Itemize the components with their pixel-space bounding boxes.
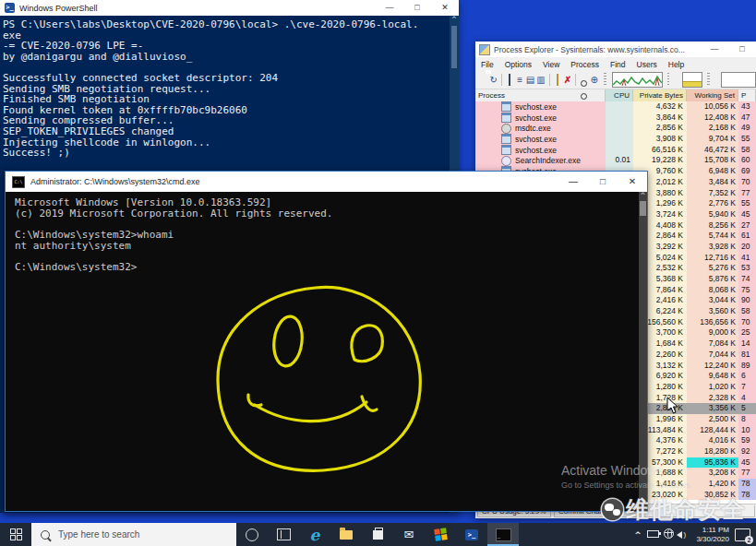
- menu-item-users[interactable]: Users: [631, 60, 663, 69]
- console-line: PS C:\Users\labs\Desktop\CVE-2020-0796\l…: [3, 19, 459, 30]
- cmd-scrollbar[interactable]: ^: [639, 192, 647, 511]
- svchost-icon: [501, 101, 511, 112]
- store-button[interactable]: [362, 523, 393, 546]
- search-input[interactable]: Type here to search: [31, 523, 236, 546]
- file-explorer-button[interactable]: [330, 523, 362, 546]
- pid-cell: 41: [738, 253, 756, 264]
- columns-view-icon[interactable]: ▤: [526, 74, 534, 87]
- commit-history-graph[interactable]: [682, 72, 703, 88]
- working-set-cell: 8,068 K: [687, 285, 738, 296]
- pid-cell: 14: [738, 338, 756, 350]
- process-name-cell: SearchIndexer.exe: [475, 155, 606, 166]
- cmd-console[interactable]: Microsoft Windows [Version 10.0.18363.59…: [6, 192, 647, 511]
- console-line: by @danigargu and @dialluvioso_: [3, 52, 459, 63]
- find-window-target-icon[interactable]: ⊕: [590, 74, 598, 87]
- kill-process-icon[interactable]: ✗: [563, 74, 571, 87]
- powershell-icon: >_: [5, 3, 15, 13]
- tray-expand-icon[interactable]: ^: [630, 530, 645, 540]
- pid-cell: 45: [738, 209, 756, 220]
- pid-cell: 27: [738, 220, 756, 231]
- action-center-button[interactable]: 2: [735, 528, 750, 541]
- powershell-taskbar-button[interactable]: >_: [456, 523, 487, 546]
- scrollbar-thumb[interactable]: [640, 201, 646, 216]
- pid-cell: 70: [738, 177, 756, 188]
- working-set-cell: 136,656 K: [687, 317, 738, 328]
- pid-cell: 58: [738, 145, 756, 156]
- store-icon: [373, 530, 383, 540]
- column-header-working-set[interactable]: Working Set: [687, 89, 738, 102]
- working-set-cell: 7,044 K: [687, 350, 738, 361]
- task-view-button[interactable]: [268, 523, 299, 546]
- properties-icon[interactable]: [553, 74, 561, 87]
- minimize-icon[interactable]: —: [701, 42, 728, 57]
- tree-view-icon[interactable]: ≡: [516, 74, 524, 87]
- column-header-cpu[interactable]: CPU: [606, 89, 633, 102]
- process-explorer-titlebar[interactable]: Process Explorer - Sysinternals: www.sys…: [475, 42, 756, 57]
- column-header-pid[interactable]: P: [738, 89, 756, 102]
- pid-cell: 61: [738, 231, 756, 242]
- cmd-icon: _: [496, 528, 511, 541]
- process-name-cell: svchost.exe: [475, 145, 606, 156]
- cpu-history-graph[interactable]: [612, 72, 663, 88]
- toolbar-grip: [604, 73, 606, 87]
- pid-cell: 92: [738, 446, 756, 457]
- console-line: nt authority\system: [15, 241, 647, 252]
- pid-cell: 53: [738, 263, 756, 274]
- process-row[interactable]: svchost.exe3,864 K12,408 K47: [475, 113, 756, 124]
- toolbar: ↻ ≡ ▤ ▥ ✗ ⊕: [475, 71, 756, 89]
- cortana-button[interactable]: [236, 523, 268, 546]
- refresh-icon[interactable]: ↻: [489, 74, 498, 87]
- column-header-private-bytes[interactable]: Private Bytes: [633, 89, 687, 102]
- save-icon[interactable]: [479, 74, 487, 87]
- msdtc-icon: [501, 124, 511, 134]
- taskbar: Type here to search e ✉ >_ _ ^ ) 1:11 PM…: [0, 523, 756, 546]
- menu-item-view[interactable]: View: [537, 60, 565, 69]
- process-row[interactable]: svchost.exe4,632 K10,056 K43: [475, 101, 756, 113]
- maximize-icon[interactable]: □: [403, 0, 431, 16]
- io-history-graph[interactable]: [721, 72, 756, 88]
- process-explorer-icon: [479, 44, 490, 55]
- maximize-icon[interactable]: □: [728, 42, 756, 57]
- working-set-cell: 3,356 K: [687, 403, 738, 414]
- process-row[interactable]: svchost.exe3,908 K9,704 K55: [475, 134, 756, 145]
- close-icon[interactable]: ✕: [618, 172, 647, 192]
- pid-cell: 78: [738, 490, 756, 501]
- minimize-icon[interactable]: —: [376, 0, 403, 16]
- menu-item-find[interactable]: Find: [605, 60, 631, 69]
- notification-badge: 2: [745, 536, 753, 544]
- menu-item-options[interactable]: Options: [499, 60, 537, 69]
- dll-view-icon[interactable]: ▥: [536, 74, 545, 87]
- close-icon[interactable]: ✕: [431, 0, 459, 16]
- working-set-cell: 128,444 K: [687, 425, 738, 436]
- pid-cell: 78: [738, 479, 756, 490]
- edge-button[interactable]: e: [299, 523, 330, 546]
- mail-button[interactable]: ✉: [393, 523, 425, 546]
- process-row[interactable]: svchost.exe66,516 K46,472 K58: [475, 145, 756, 156]
- scroll-up-icon[interactable]: ^: [450, 16, 459, 25]
- menu-item-process[interactable]: Process: [565, 60, 605, 69]
- working-set-cell: 15,708 K: [687, 155, 738, 166]
- scrollbar-thumb[interactable]: [451, 26, 457, 68]
- minimize-icon[interactable]: —: [558, 172, 588, 192]
- powershell-titlebar[interactable]: >_ Windows PowerShell — □ ✕: [0, 0, 459, 16]
- app-button[interactable]: [425, 523, 456, 546]
- pid-cell: 77: [738, 188, 756, 199]
- menu-item-help[interactable]: Help: [663, 60, 690, 69]
- working-set-cell: 1,020 K: [687, 382, 738, 393]
- scroll-up-icon[interactable]: ^: [639, 192, 647, 201]
- clock[interactable]: 1:11 PM 3/30/2020: [696, 526, 729, 544]
- process-row[interactable]: msdtc.exe2,856 K2,168 K49: [475, 123, 756, 134]
- find-binoculars-icon[interactable]: [580, 74, 588, 87]
- volume-icon[interactable]: ): [677, 530, 692, 539]
- menu-item-file[interactable]: File: [475, 60, 499, 69]
- maximize-icon[interactable]: □: [588, 172, 618, 192]
- battery-icon[interactable]: [645, 529, 661, 540]
- system-info-icon[interactable]: [506, 74, 514, 87]
- start-button[interactable]: [0, 523, 31, 546]
- windows-logo-icon: [10, 528, 22, 540]
- cmd-taskbar-button[interactable]: _: [487, 523, 519, 546]
- cmd-titlebar[interactable]: C:\ Administrator: C:\Windows\system32\c…: [6, 172, 647, 192]
- network-icon[interactable]: [661, 528, 677, 540]
- process-row[interactable]: SearchIndexer.exe0.0119,228 K15,708 K60: [475, 155, 756, 166]
- system-tray: ^ ) 1:11 PM 3/30/2020 2: [630, 526, 756, 544]
